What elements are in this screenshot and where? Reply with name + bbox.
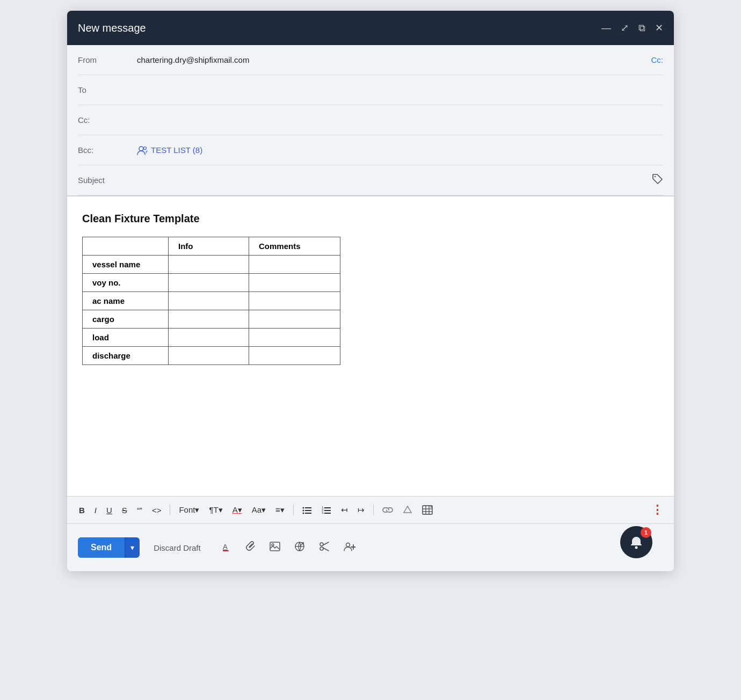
blockquote-button[interactable]: “”: [134, 504, 146, 517]
bullet-list-button[interactable]: [299, 504, 315, 516]
to-label: To: [78, 85, 137, 94]
scissors-button[interactable]: [316, 539, 333, 557]
svg-point-7: [302, 513, 304, 514]
cc-input[interactable]: [137, 113, 663, 127]
row-label: cargo: [83, 310, 169, 329]
subject-label: Subject: [78, 176, 137, 185]
notification-button[interactable]: 1: [620, 526, 652, 558]
italic-button[interactable]: I: [91, 504, 100, 517]
cc-button[interactable]: Cc:: [651, 55, 664, 64]
row-cell: [169, 347, 249, 365]
row-label: ac name: [83, 292, 169, 310]
code-button[interactable]: <>: [149, 504, 165, 517]
svg-text:+: +: [430, 505, 432, 509]
bcc-label: Bcc:: [78, 145, 137, 155]
row-cell: [169, 310, 249, 329]
bottom-bar: Send ▾ Discard Draft A: [67, 523, 674, 571]
table-row: voy no.: [83, 274, 340, 292]
contacts-add-button[interactable]: [340, 539, 359, 556]
tag-icon[interactable]: [651, 173, 663, 187]
window-controls: — ⤢ ⧉ ✕: [601, 23, 663, 33]
row-cell: [169, 292, 249, 310]
svg-rect-4: [305, 507, 311, 508]
row-cell: [249, 274, 340, 292]
clear-format-button[interactable]: [399, 503, 416, 517]
svg-point-38: [635, 546, 638, 549]
text-size-button[interactable]: ¶T▾: [206, 503, 226, 517]
more-options-button[interactable]: ⋮: [649, 502, 665, 518]
underline-button[interactable]: U: [103, 504, 115, 517]
font-color-button[interactable]: A▾: [229, 503, 245, 517]
indent-left-button[interactable]: ↤: [338, 503, 351, 517]
svg-rect-8: [305, 513, 311, 514]
svg-text:A: A: [223, 543, 228, 551]
cc-label: Cc:: [78, 115, 137, 125]
numbered-list-button[interactable]: 1.2.3.: [318, 504, 335, 516]
header-fields: From chartering.dry@shipfixmail.com Cc: …: [67, 45, 674, 195]
svg-rect-10: [324, 507, 331, 508]
row-cell: [169, 274, 249, 292]
send-button[interactable]: Send: [78, 537, 125, 558]
popout-button[interactable]: ⧉: [638, 23, 645, 33]
svg-point-2: [655, 176, 656, 177]
row-cell: [249, 329, 340, 347]
table-button[interactable]: +: [419, 503, 436, 517]
row-cell: [249, 292, 340, 310]
indent-right-button[interactable]: ↦: [354, 503, 368, 517]
subject-input[interactable]: [137, 173, 651, 187]
minimize-button[interactable]: —: [601, 23, 611, 33]
strikethrough-button[interactable]: S: [119, 504, 130, 517]
cc-row: Cc:: [78, 105, 663, 135]
link2-button[interactable]: [291, 539, 308, 557]
to-input[interactable]: [137, 83, 663, 97]
svg-point-1: [144, 147, 147, 149]
toolbar-divider-3: [373, 505, 374, 515]
send-button-group: Send ▾: [78, 537, 140, 558]
from-value: chartering.dry@shipfixmail.com: [137, 53, 651, 67]
table-row: ac name: [83, 292, 340, 310]
send-dropdown-button[interactable]: ▾: [125, 537, 140, 558]
bcc-chip-text: TEST LIST (8): [151, 145, 202, 155]
row-cell: [169, 329, 249, 347]
svg-marker-15: [404, 506, 411, 513]
from-row: From chartering.dry@shipfixmail.com Cc:: [78, 45, 663, 75]
close-button[interactable]: ✕: [655, 23, 663, 33]
window-title: New message: [78, 22, 146, 34]
attach-button[interactable]: [243, 539, 259, 557]
contacts-icon: [137, 145, 148, 155]
row-cell: [249, 310, 340, 329]
from-label: From: [78, 55, 137, 64]
col-header-comments: Comments: [249, 237, 340, 256]
svg-rect-12: [324, 510, 331, 511]
expand-button[interactable]: ⤢: [621, 23, 629, 33]
table-row: discharge: [83, 347, 340, 365]
bcc-chip[interactable]: TEST LIST (8): [137, 145, 202, 155]
bottom-actions: A: [219, 539, 359, 557]
table-header-row: Info Comments: [83, 237, 340, 256]
svg-rect-6: [305, 510, 311, 511]
row-label: voy no.: [83, 274, 169, 292]
discard-draft-button[interactable]: Discard Draft: [146, 539, 208, 557]
svg-line-33: [323, 542, 329, 545]
body-area[interactable]: Clean Fixture Template Info Comments ves…: [67, 195, 674, 496]
font-button[interactable]: Font▾: [176, 503, 202, 517]
row-label: load: [83, 329, 169, 347]
formatting-toolbar: B I U S “” <> Font▾ ¶T▾ A▾ Aa▾ ≡▾ 1.2.3.…: [67, 496, 674, 523]
table-row: cargo: [83, 310, 340, 329]
svg-text:3.: 3.: [322, 511, 324, 514]
svg-point-35: [346, 543, 350, 546]
subject-row: Subject: [78, 165, 663, 195]
text-format-button[interactable]: A: [219, 539, 235, 556]
bold-button[interactable]: B: [76, 504, 88, 517]
row-cell: [169, 256, 249, 274]
to-row: To: [78, 75, 663, 105]
notification-badge: 1: [641, 527, 651, 538]
insert-image-button[interactable]: [266, 539, 284, 556]
svg-line-34: [323, 548, 329, 551]
align-button[interactable]: ≡▾: [272, 503, 288, 517]
link-button[interactable]: [379, 504, 396, 516]
toolbar-divider-1: [170, 505, 170, 515]
row-label: vessel name: [83, 256, 169, 274]
svg-point-3: [302, 507, 304, 509]
highlight-button[interactable]: Aa▾: [249, 503, 269, 517]
